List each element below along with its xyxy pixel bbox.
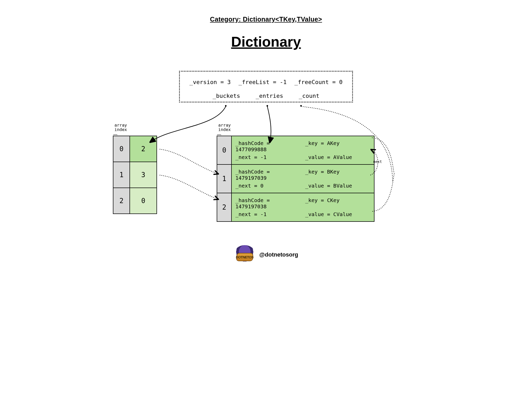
- buckets-table: 0 2 1 3 2 0: [113, 136, 157, 214]
- object-scalar-fields: _version = 3 _freeList = -1 _freeCount =…: [186, 79, 346, 85]
- entry-hash: _hashCode = 1479197038: [235, 197, 301, 210]
- entry-key: _key = AKey: [305, 140, 370, 153]
- field-entries-label: _entries: [256, 93, 283, 99]
- footer-handle: @dotnetosorg: [259, 251, 298, 258]
- entries-array-index-label: array index: [218, 123, 374, 132]
- next-chain-label: next: [373, 160, 382, 164]
- table-row: 2 _hashCode = 1479197038 _key = CKey _ne…: [217, 193, 374, 222]
- table-row: 2 0: [113, 188, 157, 214]
- entry-cell: _hashCode = 1479197039 _key = BKey _next…: [231, 164, 374, 193]
- field-version: _version = 3: [189, 79, 231, 85]
- category-heading: Category: Dictionary<TKey,TValue>: [109, 16, 423, 23]
- entry-hash: _hashCode = 1477099888: [235, 140, 301, 153]
- arrays-area: array index ︷ 0 2 1 3 2 0 array index ︷: [113, 123, 427, 222]
- entry-key: _key = CKey: [305, 197, 370, 210]
- buckets-brace: ︷: [113, 133, 157, 136]
- dictionary-object-box: _version = 3 _freeList = -1 _freeCount =…: [179, 71, 353, 102]
- entry-cell: _hashCode = 1479197038 _key = CKey _next…: [231, 193, 374, 222]
- bucket-value: 3: [130, 162, 157, 188]
- entry-key: _key = BKey: [305, 169, 370, 181]
- table-row: 1 3: [113, 162, 157, 188]
- entry-cell: _hashCode = 1477099888 _key = AKey _next…: [231, 136, 374, 164]
- entry-value: _value = AValue: [305, 154, 370, 160]
- entry-value: _value = CValue: [305, 211, 370, 217]
- field-buckets-label: _buckets: [213, 93, 240, 99]
- object-reference-fields: _buckets _entries _count: [186, 93, 346, 99]
- entry-hash: _hashCode = 1479197039: [235, 169, 301, 181]
- entry-next: _next = -1: [235, 154, 301, 160]
- logo-banner: DOTNETOS: [236, 253, 253, 261]
- entry-next: _next = 0: [235, 183, 301, 189]
- bucket-index: 2: [113, 188, 130, 214]
- entry-value: _value = BValue: [305, 183, 370, 189]
- field-freecount: _freeCount = 0: [295, 79, 343, 85]
- entries-array-block: array index ︷ 0 _hashCode = 1477099888 _…: [217, 123, 374, 222]
- entry-index: 0: [217, 136, 231, 164]
- svg-point-2: [300, 105, 302, 107]
- page-title: Dictionary: [109, 33, 423, 50]
- entry-next: _next = -1: [235, 211, 301, 217]
- table-row: 0 _hashCode = 1477099888 _key = AKey _ne…: [217, 136, 374, 164]
- dotnetos-logo: DOTNETOS: [234, 245, 256, 264]
- footer: DOTNETOS @dotnetosorg: [109, 245, 423, 264]
- entry-index: 2: [217, 193, 231, 222]
- bucket-index: 0: [113, 136, 130, 162]
- svg-point-0: [225, 105, 227, 107]
- table-row: 0 2: [113, 136, 157, 162]
- entries-brace: ︷: [217, 133, 374, 136]
- field-count-label: _count: [299, 93, 319, 99]
- buckets-array-index-label: array index: [114, 123, 157, 132]
- field-freelist: _freeList = -1: [238, 79, 287, 85]
- bucket-index: 1: [113, 162, 130, 188]
- bucket-value: 0: [130, 188, 157, 214]
- entries-table: 0 _hashCode = 1477099888 _key = AKey _ne…: [217, 136, 374, 222]
- entry-index: 1: [217, 164, 231, 193]
- diagram-page: Category: Dictionary<TKey,TValue> Dictio…: [104, 0, 428, 275]
- table-row: 1 _hashCode = 1479197039 _key = BKey _ne…: [217, 164, 374, 193]
- buckets-array-block: array index ︷ 0 2 1 3 2 0: [113, 123, 157, 214]
- bucket-value: 2: [130, 136, 157, 162]
- svg-point-1: [267, 105, 268, 107]
